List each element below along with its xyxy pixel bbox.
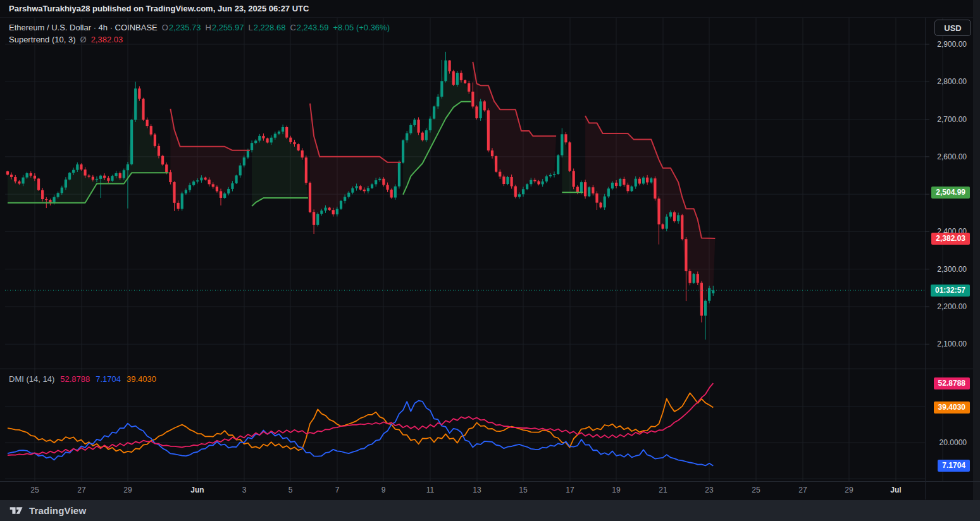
time-axis-tick[interactable]: 27 <box>798 486 807 494</box>
time-axis-tick[interactable]: 17 <box>566 486 574 494</box>
time-axis-tick[interactable]: Jul <box>890 486 901 494</box>
time-axis-tick[interactable]: 25 <box>752 486 760 494</box>
price-axis-label: 2,800.00 <box>937 77 967 87</box>
tradingview-brand-text[interactable]: TradingView <box>29 505 86 516</box>
adx-value-badge: 52.8788 <box>934 377 970 389</box>
price-axis-label: 2,700.00 <box>937 114 967 125</box>
price-axis-label: 2,200.00 <box>937 302 967 312</box>
price-axis-label: 2,300.00 <box>937 264 967 274</box>
ohlc-open: O2,235.73 <box>162 23 201 32</box>
price-axis-label: 2,600.00 <box>937 152 967 162</box>
ohlc-high: H2,255.97 <box>206 23 244 32</box>
dmi-minus-di-value: 39.4030 <box>127 374 156 384</box>
countdown-badge: 01:32:57 <box>931 285 970 297</box>
dmi-legend: DMI (14, 14) 52.8788 7.1704 39.4030 <box>9 374 156 384</box>
dmi-legend-name[interactable]: DMI (14, 14) <box>9 374 54 384</box>
dmi-axis-label: 20.0000 <box>940 438 967 448</box>
time-axis-tick[interactable]: 21 <box>659 486 667 494</box>
tradingview-logo-icon[interactable] <box>9 505 23 516</box>
symbol-legend: Ethereum / U.S. Dollar · 4h · COINBASE O… <box>9 21 390 46</box>
time-axis-tick[interactable]: 27 <box>77 486 85 494</box>
footer-bar: TradingView <box>0 500 980 521</box>
time-axis-tick[interactable]: 9 <box>381 486 386 494</box>
time-axis-tick[interactable]: 19 <box>612 486 620 494</box>
supertrend-avg-symbol: Ø <box>80 35 87 44</box>
chart-canvas[interactable] <box>0 0 980 500</box>
tradingview-snapshot-page: ParshwaTurakhiya28 published on TradingV… <box>0 0 980 521</box>
supertrend-up-value-badge: 2,504.99 <box>931 187 970 199</box>
publish-header: ParshwaTurakhiya28 published on TradingV… <box>0 0 973 18</box>
time-axis-tick[interactable]: 7 <box>335 486 340 494</box>
dmi-adx-value: 52.8788 <box>60 374 90 384</box>
minus-di-value-badge: 39.4030 <box>934 401 970 414</box>
publish-info-text: ParshwaTurakhiya28 published on TradingV… <box>9 4 309 13</box>
plus-di-value-badge: 7.1704 <box>938 460 970 472</box>
dmi-plus-di-value: 7.1704 <box>96 374 121 384</box>
time-axis-tick[interactable]: 13 <box>473 486 481 494</box>
time-axis-tick[interactable]: 29 <box>123 486 132 494</box>
symbol-title[interactable]: Ethereum / U.S. Dollar · 4h · COINBASE <box>9 23 158 32</box>
price-axis-label: 2,900.00 <box>937 39 967 49</box>
time-axis-tick[interactable]: Jun <box>190 486 204 494</box>
price-change: +8.05 (+0.36%) <box>333 23 390 32</box>
time-axis-tick[interactable]: 15 <box>519 486 527 494</box>
time-axis-tick[interactable]: 25 <box>30 486 39 494</box>
time-axis-tick[interactable]: 5 <box>288 486 293 494</box>
time-axis-tick[interactable]: 3 <box>242 486 247 494</box>
supertrend-legend-name[interactable]: Supertrend (10, 3) <box>9 35 76 44</box>
ohlc-low: L2,228.68 <box>249 23 286 32</box>
time-axis-tick[interactable]: 11 <box>426 486 434 494</box>
price-axis-label: 2,100.00 <box>937 339 967 349</box>
ohlc-close: C2,243.59 <box>290 23 328 32</box>
currency-toggle-button[interactable]: USD <box>934 20 971 36</box>
time-axis-tick[interactable]: 29 <box>845 486 853 494</box>
time-axis-tick[interactable]: 23 <box>705 486 713 494</box>
supertrend-legend-value: 2,382.03 <box>91 35 123 44</box>
supertrend-down-value-badge: 2,382.03 <box>931 233 970 245</box>
